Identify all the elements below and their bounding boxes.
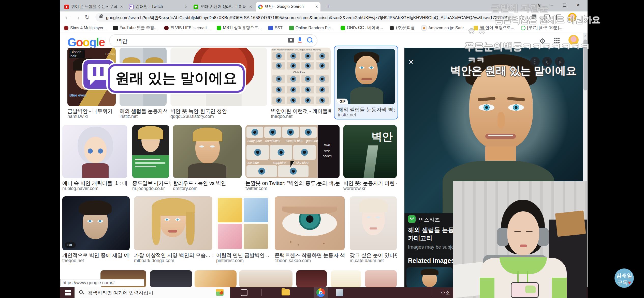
- start-button[interactable]: [62, 287, 74, 298]
- chat-overlay-line: 푸른눈의백룡ㅋㅋㅋㅋㅋㅋㅋ: [464, 40, 590, 53]
- tab-audio-icon[interactable]: [114, 5, 117, 8]
- bookmark-item[interactable]: (주)넷피플: [390, 25, 415, 31]
- result-title[interactable]: 콘택트렌즈 착용하면 눈동자 색 변할까? | ..: [275, 252, 345, 259]
- result-image[interactable]: [275, 196, 345, 250]
- result-title[interactable]: 벽안 뜻: 눈동자가 파란 눈..: [343, 180, 397, 187]
- result-title[interactable]: 어릴적 만난 금발벽안 ..: [216, 252, 270, 259]
- result-image[interactable]: [331, 270, 361, 288]
- tile-art-eye: [376, 216, 380, 218]
- tab-close-icon[interactable]: ×: [249, 4, 252, 9]
- tab-youtube[interactable]: 귀여운 느낌을 주는~ 무료 : ×: [62, 2, 125, 11]
- bookmark-label: EST: [275, 26, 283, 30]
- webcam-person-face: [507, 211, 539, 255]
- result-image[interactable]: baby blue cornflower electric blue gunme…: [245, 125, 340, 178]
- eye-photo: [272, 86, 285, 93]
- new-tab-button[interactable]: +: [324, 3, 332, 10]
- tile-art-eye: [97, 220, 103, 223]
- result-image[interactable]: [239, 270, 292, 288]
- eye-type-label: sapphire: [273, 161, 286, 165]
- bookmark-item[interactable]: ELVIS LIFE is creati...: [164, 26, 210, 30]
- result-title[interactable]: 금발벽안 - 나무위키: [67, 108, 116, 115]
- forward-icon[interactable]: →: [75, 13, 81, 21]
- webcam-sleeve-right: [552, 278, 567, 298]
- result-title[interactable]: 개인적으로 벽안 중에 제일 예쁜 눈..: [62, 252, 130, 259]
- address-bar[interactable]: google.com/search?q=벽안&sxsrf=ALiCzsbbfjs…: [95, 13, 515, 22]
- result-image[interactable]: GIF: [337, 49, 395, 104]
- chrome-taskbar-slot[interactable]: [314, 287, 328, 298]
- bookmark-item[interactable]: [무료] [하루 10분]...: [521, 25, 562, 31]
- result-title[interactable]: 할리우드 - 녹안 vs 벽안: [173, 180, 242, 187]
- result-domain: pinterest.com: [216, 258, 270, 263]
- camera-search-icon[interactable]: [288, 38, 294, 43]
- taskbar-search-box[interactable]: 검색하려면 여기에 입력하십시: [75, 287, 230, 298]
- mic-icon[interactable]: [299, 37, 301, 41]
- result-image[interactable]: [216, 196, 270, 250]
- bookmark-label: (주)넷피플: [396, 25, 415, 31]
- webcam-overlay: [453, 181, 587, 298]
- bookmark-item[interactable]: MBTI 성격유형으로...: [217, 25, 262, 31]
- window-maximize-button[interactable]: □: [559, 1, 570, 9]
- result-image[interactable]: [134, 196, 212, 250]
- tile-art-iris: [89, 220, 91, 222]
- google-logo[interactable]: Google: [67, 35, 105, 49]
- twitch-logo-tail: [90, 79, 96, 85]
- source-name[interactable]: 인스티즈: [419, 216, 440, 223]
- result-title[interactable]: 벽안 뜻 녹안 한국인 청안: [170, 108, 267, 115]
- result-image[interactable]: [365, 270, 397, 288]
- bookmark-item[interactable]: aAmazon.co.jp: Sanr...: [421, 25, 467, 31]
- instiz-source-icon: [408, 215, 416, 223]
- result-image[interactable]: [173, 125, 242, 178]
- tab-title: 김래일 - Twitch: [136, 4, 183, 9]
- result-image[interactable]: [132, 125, 169, 178]
- result-title[interactable]: 갖고 싶은 눈이 있다면 ..: [350, 252, 397, 259]
- result-image[interactable]: [296, 270, 327, 288]
- result-title[interactable]: 해외 셀럽들 눈동자색 벽...: [120, 108, 167, 115]
- window-close-button[interactable]: ×: [572, 1, 584, 9]
- tab-close-icon[interactable]: ×: [120, 4, 123, 9]
- result-image[interactable]: Tom Hiddleston Ewan McGregor James McAvo…: [271, 48, 331, 106]
- bookmark-item[interactable]: ONI's CC : 네이버...: [341, 25, 383, 31]
- bookmark-item[interactable]: Sims 4 Multiplayer...: [64, 26, 107, 30]
- tab-close-icon[interactable]: ×: [185, 4, 187, 9]
- result-image[interactable]: [195, 270, 237, 288]
- pinned-app-icon[interactable]: [336, 289, 343, 296]
- result-image[interactable]: 벽안: [343, 125, 397, 178]
- tile-art-eye: [369, 66, 374, 69]
- result-image[interactable]: [150, 270, 192, 288]
- tab-close-icon[interactable]: ×: [315, 4, 318, 9]
- tile-art-eye: [87, 220, 93, 223]
- tab-google-search[interactable]: 벽안 - Google Search ×: [256, 2, 320, 11]
- result-image[interactable]: GIF: [62, 196, 130, 250]
- eye-photo: [246, 165, 277, 177]
- tile-art-body: [188, 163, 226, 178]
- result-title[interactable]: 가장 이상적인 서양 백인의 모습... : MLBPARK: [134, 252, 212, 259]
- result-title[interactable]: 중도일보 - [카드뉴스] 금발..: [132, 180, 170, 187]
- naver-cafe-favicon: [194, 5, 198, 9]
- file-explorer-icon[interactable]: [282, 289, 290, 295]
- result-image[interactable]: [350, 196, 397, 250]
- bookmark-item[interactable]: Online Random Pic...: [289, 26, 334, 30]
- tile-art-eye: [367, 216, 371, 218]
- bookmark-item[interactable]: YouTube 댓글 추첨...: [113, 25, 157, 31]
- bookmark-item[interactable]: EST: [268, 26, 283, 30]
- search-box[interactable]: 벽안: [109, 34, 317, 47]
- logo-letter: o: [76, 36, 83, 49]
- tab-naver-cafe[interactable]: 오타쿠 단어 Q&A : 네이버 카페 ×: [191, 2, 255, 11]
- scrollbar-up-arrow[interactable]: ▲: [584, 34, 587, 37]
- eye-photo: [301, 86, 314, 93]
- result-image[interactable]: [62, 125, 127, 178]
- taskbar-divider: [261, 289, 262, 296]
- image-text-label: Blonde hair: [69, 50, 85, 58]
- image-text-label: 벽안: [371, 130, 393, 144]
- preview-close-icon[interactable]: ×: [408, 57, 414, 67]
- related-image-thumb[interactable]: [406, 267, 453, 288]
- result-title[interactable]: 애니 속 벽안 캐릭터들_1 : 네이버...: [62, 180, 127, 187]
- back-icon[interactable]: ←: [64, 13, 70, 21]
- result-title[interactable]: 해외 셀럽들 눈동자색 벽안 vs ...: [338, 106, 394, 113]
- reload-icon[interactable]: ↻: [85, 13, 90, 21]
- result-tile-selected[interactable]: GIF 해외 셀럽들 눈동자색 벽안 vs ... instiz.net: [334, 46, 398, 119]
- result-title[interactable]: 눈깔봇 on Twitter: "벽안의 종류,눈의 색,눈알요정들,베네..: [245, 180, 340, 187]
- tab-twitch[interactable]: 김래일 - Twitch ×: [126, 2, 190, 11]
- result-title[interactable]: 벽안이란 이런것 - 케이돌토크 ..: [271, 108, 331, 115]
- task-view-icon[interactable]: [241, 289, 247, 296]
